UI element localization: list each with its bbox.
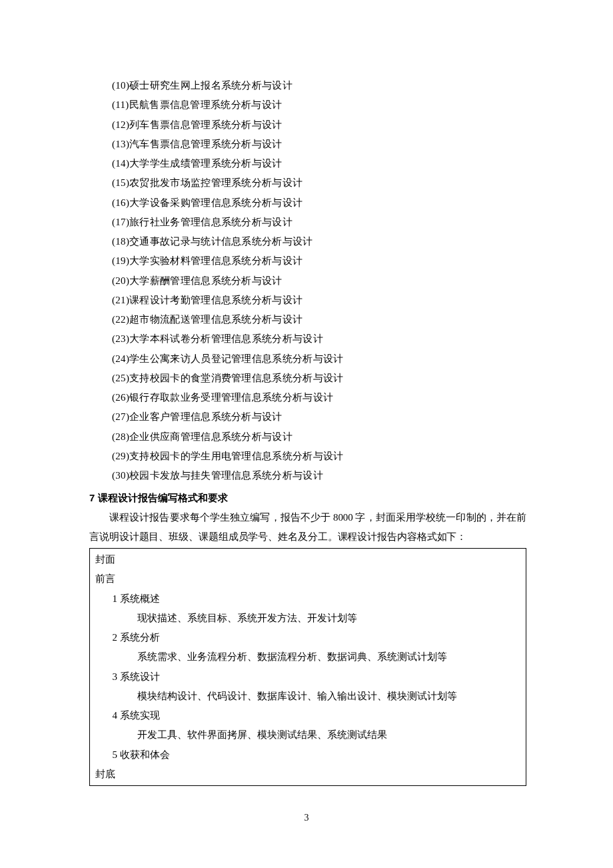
page-number: 3 — [0, 809, 613, 827]
topic-item: (10)硕士研究生网上报名系统分析与设计 — [112, 76, 526, 95]
numbered-topic-list: (10)硕士研究生网上报名系统分析与设计(11)民航售票信息管理系统分析与设计(… — [89, 76, 526, 485]
format-line: 4 系统实现 — [95, 706, 520, 725]
report-format-box: 封面前言1 系统概述现状描述、系统目标、系统开发方法、开发计划等2 系统分析系统… — [89, 548, 526, 786]
format-line: 前言 — [95, 569, 520, 589]
topic-item: (19)大学实验材料管理信息系统分析与设计 — [112, 251, 526, 271]
format-line: 开发工具、软件界面拷屏、模块测试结果、系统测试结果 — [95, 725, 520, 745]
format-line: 1 系统概述 — [95, 589, 520, 609]
format-line: 系统需求、业务流程分析、数据流程分析、数据词典、系统测试计划等 — [95, 647, 520, 667]
intro-paragraph: 课程设计报告要求每个学生独立编写，报告不少于 8000 字，封面采用学校统一印制… — [89, 508, 526, 547]
topic-item: (22)超市物流配送管理信息系统分析与设计 — [112, 310, 526, 329]
topic-item: (14)大学学生成绩管理系统分析与设计 — [112, 154, 526, 173]
format-line: 封面 — [95, 550, 520, 569]
format-line: 现状描述、系统目标、系统开发方法、开发计划等 — [95, 609, 520, 628]
section-heading-7: 7 课程设计报告编写格式和要求 — [89, 488, 526, 507]
topic-item: (15)农贸批发市场监控管理系统分析与设计 — [112, 173, 526, 193]
topic-item: (23)大学本科试卷分析管理信息系统分析与设计 — [112, 329, 526, 349]
topic-item: (24)学生公寓来访人员登记管理信息系统分析与设计 — [112, 349, 526, 369]
topic-item: (20)大学薪酬管理信息系统分析与设计 — [112, 271, 526, 291]
document-page: (10)硕士研究生网上报名系统分析与设计(11)民航售票信息管理系统分析与设计(… — [0, 0, 613, 868]
topic-item: (29)支持校园卡的学生用电管理信息系统分析与设计 — [112, 447, 526, 466]
topic-item: (25)支持校园卡的食堂消费管理信息系统分析与设计 — [112, 369, 526, 388]
topic-item: (26)银行存取款业务受理管理信息系统分析与设计 — [112, 388, 526, 407]
format-line: 5 收获和体会 — [95, 745, 520, 765]
topic-item: (18)交通事故记录与统计信息系统分析与设计 — [112, 232, 526, 251]
topic-item: (17)旅行社业务管理信息系统分析与设计 — [112, 213, 526, 232]
topic-item: (13)汽车售票信息管理系统分析与设计 — [112, 135, 526, 154]
format-line: 3 系统设计 — [95, 667, 520, 687]
topic-item: (27)企业客户管理信息系统分析与设计 — [112, 407, 526, 427]
format-line: 封底 — [95, 765, 520, 784]
topic-item: (12)列车售票信息管理系统分析与设计 — [112, 115, 526, 135]
topic-item: (11)民航售票信息管理系统分析与设计 — [112, 95, 526, 115]
topic-item: (16)大学设备采购管理信息系统分析与设计 — [112, 193, 526, 213]
topic-item: (30)校园卡发放与挂失管理信息系统分析与设计 — [112, 466, 526, 485]
format-line: 2 系统分析 — [95, 628, 520, 647]
topic-item: (28)企业供应商管理信息系统分析与设计 — [112, 427, 526, 447]
format-line: 模块结构设计、代码设计、数据库设计、输入输出设计、模块测试计划等 — [95, 687, 520, 706]
topic-item: (21)课程设计考勤管理信息系统分析与设计 — [112, 291, 526, 310]
